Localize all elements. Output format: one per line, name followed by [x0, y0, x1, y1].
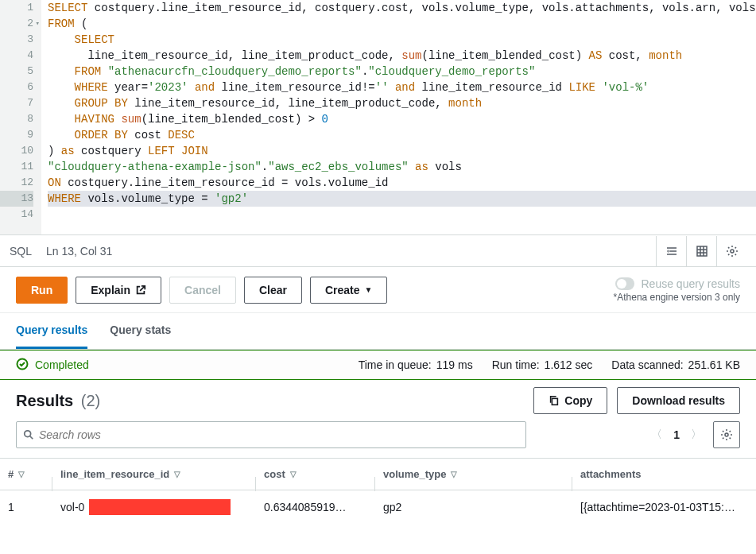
create-button[interactable]: Create ▼: [310, 277, 388, 304]
sort-icon: ▽: [290, 470, 297, 478]
gutter: 1234567891011121314: [0, 0, 41, 234]
copy-icon: [549, 395, 560, 406]
tab-query-stats[interactable]: Query stats: [110, 313, 171, 349]
status-label: Completed: [35, 358, 89, 371]
runtime-val: 1.612 sec: [545, 358, 593, 371]
res-prefix: vol-0: [60, 501, 84, 513]
code-body[interactable]: SELECT costquery.line_item_resource_id, …: [41, 0, 756, 234]
pager: 〈 1 〉: [651, 421, 740, 448]
cell-volume-type: gp2: [375, 501, 572, 513]
chevron-down-icon: ▼: [365, 285, 373, 294]
cell-resource-id: vol-0: [52, 499, 256, 515]
svg-rect-0: [697, 246, 707, 256]
reuse-note: *Athena engine version 3 only: [614, 292, 740, 303]
scan-key: Data scanned:: [611, 358, 683, 371]
svg-point-5: [725, 433, 728, 436]
table-row[interactable]: 1 vol-0 0.6344085919… gp2 [{attachtime=2…: [0, 490, 756, 524]
col-volume-type[interactable]: volume_type▽: [375, 468, 572, 480]
cell-index: 1: [0, 501, 52, 513]
cell-attachments: [{attachtime=2023-01-03T15:…: [572, 501, 756, 513]
gear-icon[interactable]: [716, 236, 746, 266]
clear-button[interactable]: Clear: [244, 277, 302, 304]
grid-icon[interactable]: [686, 236, 716, 266]
run-button[interactable]: Run: [16, 277, 68, 304]
svg-rect-3: [552, 398, 558, 405]
col-attachments[interactable]: attachments: [572, 468, 756, 480]
gear-icon: [720, 428, 733, 441]
reuse-label: Reuse query results: [641, 277, 740, 290]
explain-button[interactable]: Explain: [76, 277, 161, 304]
col-index[interactable]: #▽: [0, 468, 52, 480]
scan-val: 251.61 KB: [688, 358, 740, 371]
search-row: 〈 1 〉: [0, 421, 756, 458]
explain-label: Explain: [91, 284, 130, 296]
query-status-strip: Completed Time in queue: 119 ms Run time…: [0, 350, 756, 380]
copy-label: Copy: [564, 394, 592, 407]
page-number: 1: [673, 428, 680, 441]
queue-key: Time in queue:: [359, 358, 432, 371]
results-table: #▽ line_item_resource_id▽ cost▽ volume_t…: [0, 458, 756, 524]
results-title-text: Results: [16, 392, 73, 409]
editor-statusbar: SQL Ln 13, Col 31: [0, 235, 756, 267]
tab-query-results[interactable]: Query results: [16, 313, 87, 349]
search-input[interactable]: [39, 428, 519, 441]
cell-cost: 0.6344085919…: [256, 501, 375, 513]
language-label: SQL: [10, 245, 32, 258]
table-head: #▽ line_item_resource_id▽ cost▽ volume_t…: [0, 459, 756, 490]
results-header: Results (2) Copy Download results: [0, 380, 756, 421]
col-resource-id[interactable]: line_item_resource_id▽: [52, 468, 256, 480]
sort-icon: ▽: [174, 470, 180, 478]
cursor-position: Ln 13, Col 31: [46, 245, 112, 258]
svg-point-4: [25, 431, 31, 437]
search-icon: [23, 429, 34, 440]
prev-page-icon[interactable]: 〈: [651, 428, 662, 442]
copy-button[interactable]: Copy: [533, 387, 607, 414]
cancel-button: Cancel: [169, 277, 236, 304]
redacted-block: [89, 499, 231, 515]
result-tabs: Query results Query stats: [0, 313, 756, 350]
query-toolbar: Run Explain Cancel Clear Create ▼ Reuse …: [0, 267, 756, 313]
sql-editor[interactable]: 1234567891011121314 SELECT costquery.lin…: [0, 0, 756, 235]
format-icon[interactable]: [656, 236, 686, 266]
search-box[interactable]: [16, 421, 526, 448]
runtime-key: Run time:: [492, 358, 540, 371]
next-page-icon[interactable]: 〉: [691, 428, 702, 442]
check-icon: [16, 358, 29, 373]
svg-point-1: [731, 250, 734, 253]
queue-val: 119 ms: [436, 358, 473, 371]
external-link-icon: [135, 285, 146, 296]
reuse-toggle[interactable]: [615, 277, 634, 290]
reuse-block: Reuse query results *Athena engine versi…: [614, 277, 740, 303]
table-settings-button[interactable]: [713, 421, 740, 448]
sort-icon: ▽: [451, 470, 457, 478]
sort-icon: ▽: [18, 470, 25, 478]
results-title: Results (2): [16, 392, 100, 410]
results-count: (2): [81, 392, 100, 409]
col-cost[interactable]: cost▽: [256, 468, 375, 480]
download-button[interactable]: Download results: [617, 387, 740, 414]
create-label: Create: [325, 284, 360, 296]
